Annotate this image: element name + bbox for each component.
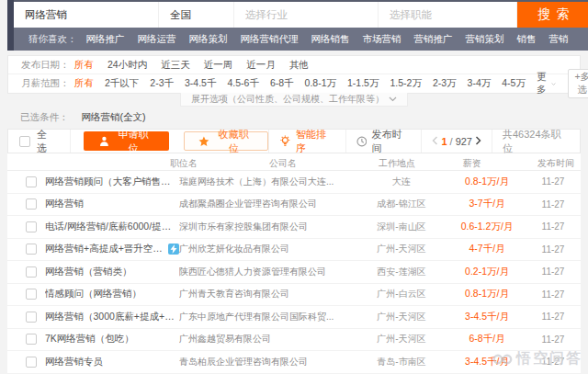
company-name[interactable]: 青岛柏辰企业管理咨询有限公司 <box>179 356 356 368</box>
sort-by-publish-time-button[interactable]: 发布时间 <box>345 130 422 153</box>
favorite-jobs-button[interactable]: 收藏职位 <box>184 131 268 151</box>
column-header: 工作地点 <box>379 157 415 170</box>
filter-option[interactable]: 4.5-6千 <box>227 77 258 90</box>
search-keyword-input[interactable]: 网络营销 <box>14 2 159 28</box>
selected-condition-value[interactable]: 网络营销(全文) <box>82 111 146 124</box>
company-name[interactable]: 瑞庭网络技术（上海）有限公司大连... <box>179 176 356 188</box>
job-row: 网络营销（营销类）陕西匠心德猎人力资源管理有限公司西安-莲湖区0.2-1万/月1… <box>7 261 581 284</box>
filter-option[interactable]: 近一月 <box>246 59 276 72</box>
clock-icon <box>356 136 368 147</box>
suggest-tag[interactable]: 销售 <box>517 33 537 46</box>
star-icon <box>198 136 209 147</box>
job-title-link[interactable]: 网络营销（营销类） <box>45 266 179 278</box>
filter-option[interactable]: 24小时内 <box>107 59 147 72</box>
company-name[interactable]: 成都聚鼎圈企业管理咨询有限公司 <box>179 198 356 210</box>
filter-option[interactable]: 所有 <box>74 77 94 90</box>
suggest-tag[interactable]: 网络销售 <box>311 33 350 46</box>
row-checkbox[interactable] <box>26 266 37 278</box>
filter-option[interactable]: 1-1.5万 <box>347 77 379 90</box>
next-page-button[interactable] <box>475 136 481 147</box>
row-checkbox[interactable] <box>26 176 37 187</box>
location-select[interactable]: 全国 <box>159 2 234 28</box>
row-checkbox[interactable] <box>26 221 37 232</box>
company-name[interactable]: 深圳市乐有家控股集团有限公司 <box>179 221 356 233</box>
job-title-link[interactable]: 网络营销顾问（大客户销售，开发商业... <box>45 176 179 188</box>
multi-select-button[interactable]: +多选 <box>568 69 588 98</box>
search-button[interactable]: 搜索 <box>517 2 588 28</box>
filter-option[interactable]: 所有 <box>74 59 94 72</box>
row-checkbox[interactable] <box>26 334 37 345</box>
job-row: 网络营销成都聚鼎圈企业管理咨询有限公司成都-锦江区3-7千/月11-27 <box>7 194 581 217</box>
publish-date: 11-27 <box>526 176 580 187</box>
job-title-link[interactable]: 网络营销 <box>45 198 179 210</box>
company-name[interactable]: 陕西匠心德猎人力资源管理有限公司 <box>179 266 356 278</box>
publish-date: 11-27 <box>526 221 580 232</box>
filter-option[interactable]: 0.8-1万 <box>305 77 336 90</box>
total-jobs-count: 共46324条职位 <box>492 130 580 153</box>
filter-option[interactable]: 6-8千 <box>270 77 294 90</box>
job-title-link[interactable]: 电话/网络营销/底薪6000/提供住宿 <box>45 221 179 233</box>
row-checkbox[interactable] <box>26 198 37 210</box>
job-salary: 4-7千/月 <box>447 243 526 255</box>
filter-option[interactable]: 2-3万 <box>433 77 457 90</box>
job-search-page: 网络营销 全国 选择行业 选择职能 搜索 猜你喜欢： 网络推广网络运营网络策划网… <box>0 0 588 374</box>
job-title-link[interactable]: 网络营销+高提成+晋升空间大 <box>45 243 179 255</box>
job-row: 网络营销（3000底薪+提成+奖金+五...广东中原地产代理有限公司国际科贸..… <box>7 306 581 329</box>
job-title-link[interactable]: 网络营销（3000底薪+提成+奖金+五... <box>45 311 179 323</box>
filter-option[interactable]: 近三天 <box>161 59 190 72</box>
expand-options-button[interactable]: 展开选项（公司性质、公司规模、工作年限等） <box>180 93 408 107</box>
filter-option[interactable]: 3-4.5千 <box>185 77 216 90</box>
row-checkbox[interactable] <box>26 244 37 255</box>
company-name[interactable]: 广州鑫越贸易有限公司 <box>179 333 356 346</box>
current-page: 1 <box>441 136 447 147</box>
filter-option[interactable]: 1.5-2万 <box>390 77 421 90</box>
row-checkbox[interactable] <box>26 312 37 323</box>
filter-option[interactable]: 3-4万 <box>468 77 492 90</box>
suggest-tag[interactable]: 营销推广 <box>414 33 453 46</box>
company-name[interactable]: 广州青天教育咨询有限公司 <box>179 288 356 300</box>
suggest-tag[interactable]: 网络策划 <box>189 33 228 46</box>
suggest-tag[interactable]: 营销策划 <box>466 33 504 46</box>
publish-date: 11-27 <box>526 334 580 345</box>
filter-option[interactable]: 4-5万 <box>502 77 526 90</box>
suggest-tag[interactable]: 网络推广 <box>86 33 125 46</box>
select-all-container: 全选 <box>8 130 71 153</box>
more-filters-button[interactable]: 更多 <box>537 71 557 96</box>
suggest-tag[interactable]: 网络运营 <box>138 33 176 46</box>
apply-jobs-button[interactable]: 申请职位 <box>84 131 169 151</box>
row-checkbox[interactable] <box>26 357 37 368</box>
job-location: 成都-锦江区 <box>356 198 447 210</box>
company-name[interactable]: 广州欣芝妍化妆品有限公司 <box>179 243 356 255</box>
prev-page-button[interactable] <box>432 136 438 147</box>
job-title-link[interactable]: 7K网络营销（包吃） <box>45 333 179 346</box>
job-title: 7K网络营销（包吃） <box>45 333 134 346</box>
filter-extra-controls: 更多 +多选 <box>537 69 588 98</box>
filter-option[interactable]: 近一周 <box>204 59 233 72</box>
suggest-tag[interactable]: 网络营销代理 <box>241 33 299 46</box>
select-all-checkbox[interactable] <box>19 136 30 147</box>
job-title-link[interactable]: 网络营销专员 <box>45 356 179 368</box>
job-title-link[interactable]: 情感顾问（网络营销） <box>45 288 179 300</box>
company-name[interactable]: 广东中原地产代理有限公司国际科贸... <box>179 311 356 323</box>
job-location: 青岛-市南区 <box>356 356 447 368</box>
filter-option[interactable]: 其他 <box>289 59 309 72</box>
select-all-label: 全选 <box>37 128 57 155</box>
job-row: 网络营销专员青岛柏辰企业管理咨询有限公司青岛-市南区3-4.5千/月11-27 <box>7 351 581 374</box>
smart-sort-button[interactable]: 智能排序 <box>268 130 345 153</box>
search-bar: 网络营销 全国 选择行业 选择职能 搜索 <box>14 0 588 28</box>
job-salary: 6-8千/月 <box>447 333 526 346</box>
job-title: 网络营销+高提成+晋升空间大 <box>45 243 164 255</box>
row-checkbox[interactable] <box>26 289 37 300</box>
position-select[interactable]: 选择职能 <box>379 2 517 28</box>
column-header: 职位名 <box>170 157 198 170</box>
column-header: 公司名 <box>269 157 297 170</box>
filter-option[interactable]: 2千以下 <box>105 77 139 90</box>
publish-date: 11-27 <box>526 244 580 255</box>
suggest-tag[interactable]: 营销 <box>549 33 569 46</box>
industry-select[interactable]: 选择行业 <box>234 2 379 28</box>
suggest-tag[interactable]: 市场营销 <box>363 33 401 46</box>
chevron-down-icon <box>551 82 556 86</box>
list-toolbar: 全选 申请职位 收藏职位 智能排序 发布时间 1 / 927 <box>7 129 581 153</box>
filter-option[interactable]: 2-3千 <box>150 77 174 90</box>
salary-filter-label: 月薪范围： <box>8 77 74 90</box>
